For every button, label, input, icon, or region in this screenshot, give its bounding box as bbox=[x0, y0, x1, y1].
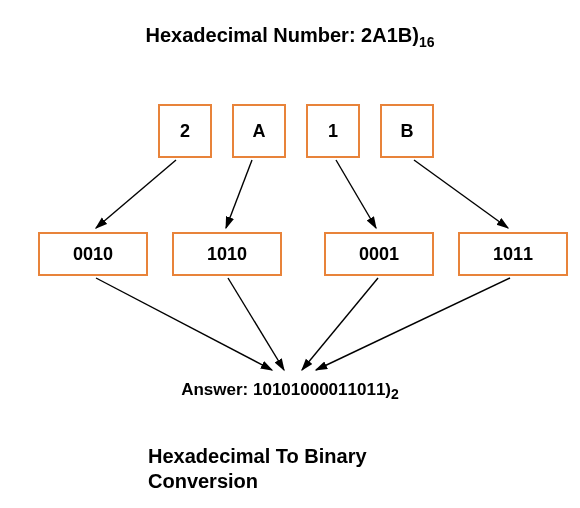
hex-box-0: 2 bbox=[158, 104, 212, 158]
hex-box-3: B bbox=[380, 104, 434, 158]
arrow-hex1-bin1 bbox=[226, 160, 252, 228]
arrow-bin1-answer bbox=[228, 278, 284, 370]
arrow-bin0-answer bbox=[96, 278, 272, 370]
arrow-hex0-bin0 bbox=[96, 160, 176, 228]
answer: Answer: 10101000011011)2 bbox=[0, 380, 580, 402]
answer-subscript: 2 bbox=[391, 386, 399, 402]
bin-box-3: 1011 bbox=[458, 232, 568, 276]
arrow-bin3-answer bbox=[316, 278, 510, 370]
title-text: Hexadecimal Number: 2A1B) bbox=[145, 24, 418, 46]
answer-text: Answer: 10101000011011) bbox=[181, 380, 391, 399]
arrow-bin2-answer bbox=[302, 278, 378, 370]
bin-box-1: 1010 bbox=[172, 232, 282, 276]
title: Hexadecimal Number: 2A1B)16 bbox=[0, 24, 580, 50]
bin-box-2: 0001 bbox=[324, 232, 434, 276]
footer-title: Hexadecimal To Binary Conversion bbox=[148, 444, 428, 494]
bin-box-0: 0010 bbox=[38, 232, 148, 276]
arrow-hex2-bin2 bbox=[336, 160, 376, 228]
arrow-hex3-bin3 bbox=[414, 160, 508, 228]
hex-box-2: 1 bbox=[306, 104, 360, 158]
hex-box-1: A bbox=[232, 104, 286, 158]
title-subscript: 16 bbox=[419, 34, 435, 50]
